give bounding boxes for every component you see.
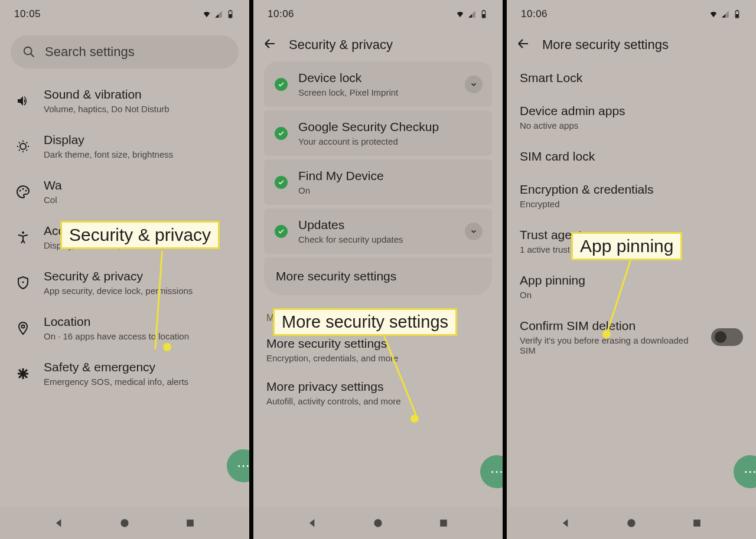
item-title: Location	[44, 315, 189, 329]
item-more-privacy-settings[interactable]: More privacy settings Autofill, activity…	[253, 371, 503, 414]
fab-button[interactable]: ⋯	[480, 455, 503, 488]
card-updates[interactable]: UpdatesCheck for security updates	[264, 208, 492, 254]
row-title: Encryption & credentials	[520, 182, 737, 197]
row-confirm-sim-deletion[interactable]: Confirm SIM deletionVerify it's you befo…	[507, 309, 756, 365]
wifi-icon	[455, 10, 465, 18]
svg-point-8	[25, 190, 27, 191]
nav-home[interactable]	[118, 517, 131, 530]
nav-back[interactable]	[559, 517, 572, 530]
chevron-down-icon[interactable]	[465, 76, 483, 93]
panel-divider	[249, 0, 253, 539]
nav-back[interactable]	[306, 517, 319, 530]
item-title: Safety & emergency	[44, 360, 188, 374]
item-title: Security & privacy	[44, 269, 193, 283]
callout-app-pinning: App pinning	[571, 232, 682, 260]
navbar	[507, 507, 756, 539]
card-sub: Your account is protected	[298, 136, 439, 146]
card-more-security[interactable]: More security settings	[264, 257, 492, 295]
accessibility-icon	[15, 230, 31, 244]
svg-point-10	[22, 281, 24, 283]
item-display[interactable]: DisplayDark theme, font size, brightness	[0, 123, 249, 169]
callout-more-security: More security settings	[273, 308, 457, 336]
svg-rect-13	[187, 520, 194, 527]
item-sound[interactable]: Sound & vibrationVolume, haptics, Do Not…	[0, 78, 249, 123]
svg-point-5	[20, 143, 26, 149]
item-location[interactable]: LocationOn · 16 apps have access to loca…	[0, 305, 249, 351]
row-title: SIM card lock	[520, 149, 737, 164]
card-device-lock[interactable]: Device lockScreen lock, Pixel Imprint	[264, 61, 492, 107]
svg-rect-20	[736, 14, 738, 18]
chevron-down-icon[interactable]	[465, 223, 483, 240]
headerbar: More security settings	[507, 28, 756, 61]
navbar	[253, 507, 503, 539]
svg-point-12	[120, 519, 128, 527]
nav-home[interactable]	[372, 517, 384, 530]
card-google-checkup[interactable]: Google Security CheckupYour account is p…	[264, 110, 492, 156]
search-settings[interactable]: Search settings	[11, 35, 239, 68]
row-smart-lock[interactable]: Smart Lock	[507, 61, 756, 94]
svg-point-9	[22, 231, 24, 234]
svg-rect-1	[229, 14, 232, 18]
item-sub: Col	[44, 195, 62, 205]
nav-recent[interactable]	[690, 517, 703, 530]
item-title: Display	[44, 133, 173, 147]
battery-icon	[732, 10, 742, 18]
item-title: More security settings	[266, 337, 490, 351]
callout-dot	[163, 343, 171, 351]
item-title: Wa	[44, 178, 62, 192]
card-title: Google Security Checkup	[298, 120, 439, 134]
status-icons	[709, 10, 742, 18]
svg-point-11	[22, 325, 25, 328]
fab-button[interactable]: ⋯	[227, 449, 249, 482]
item-sub: App security, device lock, permissions	[44, 286, 193, 296]
svg-point-6	[19, 190, 21, 191]
item-title: More privacy settings	[266, 380, 490, 394]
item-security-privacy[interactable]: Security & privacyApp security, device l…	[0, 260, 249, 305]
row-sub: Encrypted	[520, 199, 737, 209]
asterisk-icon	[15, 367, 31, 381]
svg-rect-21	[737, 10, 738, 11]
headerbar: Security & privacy	[253, 28, 503, 61]
svg-rect-18	[440, 520, 447, 527]
callout-security-privacy: Security & privacy	[60, 221, 220, 249]
svg-rect-2	[230, 10, 232, 11]
back-button[interactable]	[263, 37, 277, 53]
statusbar: 10:05	[0, 0, 249, 28]
signal-icon	[214, 10, 223, 18]
callout-dot	[602, 330, 611, 338]
card-find-my-device[interactable]: Find My DeviceOn	[264, 159, 492, 205]
row-app-pinning[interactable]: App pinningOn	[507, 264, 756, 309]
nav-home[interactable]	[625, 517, 638, 530]
palette-icon	[15, 185, 31, 199]
fab-button[interactable]: ⋯	[734, 455, 756, 488]
wifi-icon	[709, 10, 718, 18]
check-icon	[275, 225, 288, 238]
card-sub: Check for security updates	[298, 234, 403, 244]
back-button[interactable]	[516, 37, 530, 53]
row-sim-lock[interactable]: SIM card lock	[507, 140, 756, 173]
callout-dot	[410, 414, 419, 423]
shield-icon	[15, 276, 31, 290]
card-sub: Screen lock, Pixel Imprint	[298, 87, 398, 97]
item-safety[interactable]: Safety & emergencyEmergency SOS, medical…	[0, 351, 249, 396]
settings-main-screen: 10:05 Search settings Sound & vibrationV…	[0, 0, 249, 539]
statusbar: 10:06	[507, 0, 756, 28]
toggle-switch[interactable]	[711, 328, 743, 346]
pin-icon	[15, 321, 31, 335]
card-sub: On	[298, 185, 384, 195]
search-placeholder: Search settings	[45, 44, 135, 60]
card-stack: Device lockScreen lock, Pixel Imprint Go…	[264, 61, 492, 295]
statusbar: 10:06	[253, 0, 503, 28]
signal-icon	[467, 10, 477, 18]
page-title: Security & privacy	[289, 37, 393, 53]
nav-back[interactable]	[53, 517, 66, 530]
battery-icon	[226, 10, 235, 18]
item-wallpaper[interactable]: WaCol	[0, 169, 249, 214]
nav-recent[interactable]	[184, 517, 197, 530]
row-encryption[interactable]: Encryption & credentialsEncrypted	[507, 173, 756, 218]
nav-recent[interactable]	[437, 517, 450, 530]
row-device-admin[interactable]: Device admin appsNo active apps	[507, 94, 756, 140]
svg-point-7	[22, 188, 24, 190]
card-title: More security settings	[276, 269, 396, 283]
check-icon	[275, 127, 288, 140]
